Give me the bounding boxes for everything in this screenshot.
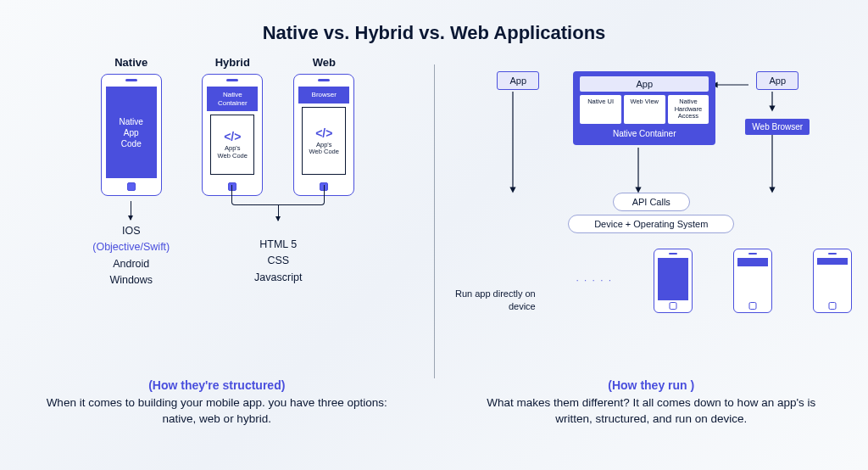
left-panel: Native Native App Code IOS (Objective/Sw… bbox=[0, 56, 434, 446]
api-calls-pill: API Calls bbox=[613, 193, 690, 211]
dots-icon: · · · · · bbox=[576, 276, 613, 285]
web-group: Web Browser </> App's Web Code bbox=[293, 56, 354, 196]
hybrid-label: Hybrid bbox=[215, 56, 250, 69]
page-title: Native vs. Hybrid vs. Web Applications bbox=[0, 0, 868, 56]
right-subhead: (How they run ) bbox=[469, 378, 835, 392]
native-label: Native bbox=[114, 56, 147, 69]
native-tech-objc: (Objective/Swift) bbox=[92, 239, 170, 255]
right-footer: (How they run ) What makes them differen… bbox=[435, 378, 869, 428]
web-phone: Browser </> App's Web Code bbox=[293, 74, 354, 196]
native-phone: Native App Code bbox=[101, 74, 162, 196]
web-tech-html: HTML 5 bbox=[254, 237, 302, 253]
code-icon: </> bbox=[224, 130, 241, 143]
web-tech-list: HTML 5 CSS Javascript bbox=[254, 237, 302, 286]
cell-native-ui: Native UI bbox=[580, 95, 621, 124]
hybrid-phone: Native Container </> App's Web Code bbox=[202, 74, 263, 196]
right-panel: App App Native UI Web View Native Hardwa… bbox=[435, 56, 869, 446]
hybrid-body-label: App's Web Code bbox=[218, 145, 248, 159]
mini-phone-native bbox=[654, 249, 693, 313]
native-group: Native Native App Code IOS (Objective/Sw… bbox=[92, 56, 170, 289]
right-body-text: What makes them different? It all comes … bbox=[469, 395, 835, 428]
mini-phone-hybrid bbox=[733, 249, 772, 313]
web-browser-chip: Web Browser bbox=[745, 119, 810, 135]
columns: Native Native App Code IOS (Objective/Sw… bbox=[0, 56, 868, 446]
web-label: Web bbox=[313, 56, 336, 69]
app-chip-right: App bbox=[756, 71, 798, 90]
hybrid-web-group: Hybrid Native Container </> App's Web Co… bbox=[202, 56, 354, 289]
hybrid-header: Native Container bbox=[207, 87, 258, 111]
web-tech-js: Javascript bbox=[254, 270, 302, 286]
left-footer: (How they're structured) When it comes t… bbox=[0, 378, 434, 428]
web-tech-css: CSS bbox=[254, 253, 302, 269]
hybrid-group: Hybrid Native Container </> App's Web Co… bbox=[202, 56, 263, 196]
native-tech-windows: Windows bbox=[92, 272, 170, 288]
arrow-down-icon bbox=[131, 201, 131, 220]
run-label: Run app directly on device bbox=[451, 288, 536, 313]
device-os-pill: Device + Operating System bbox=[568, 215, 734, 233]
native-screen-text: Native App Code bbox=[106, 87, 157, 178]
native-tech-ios: IOS bbox=[92, 223, 170, 239]
mini-phone-web bbox=[813, 249, 852, 313]
cell-hardware: Native Hardware Access bbox=[668, 95, 709, 124]
web-header: Browser bbox=[298, 87, 349, 104]
left-body-text: When it comes to building your mobile ap… bbox=[34, 395, 400, 428]
cell-web-view: Web View bbox=[624, 95, 665, 124]
web-body-label: App's Web Code bbox=[309, 142, 339, 156]
container-app-chip: App bbox=[580, 76, 709, 92]
app-chip-left: App bbox=[497, 71, 539, 90]
arrow-down-icon bbox=[278, 205, 279, 221]
native-tech-android: Android bbox=[92, 256, 170, 272]
connector-line bbox=[231, 185, 325, 205]
container-label: Native Container bbox=[613, 129, 676, 138]
native-container-box: App Native UI Web View Native Hardware A… bbox=[573, 71, 715, 145]
left-subhead: (How they're structured) bbox=[34, 378, 400, 392]
native-tech-list: IOS (Objective/Swift) Android Windows bbox=[92, 223, 170, 289]
code-icon: </> bbox=[315, 126, 332, 140]
